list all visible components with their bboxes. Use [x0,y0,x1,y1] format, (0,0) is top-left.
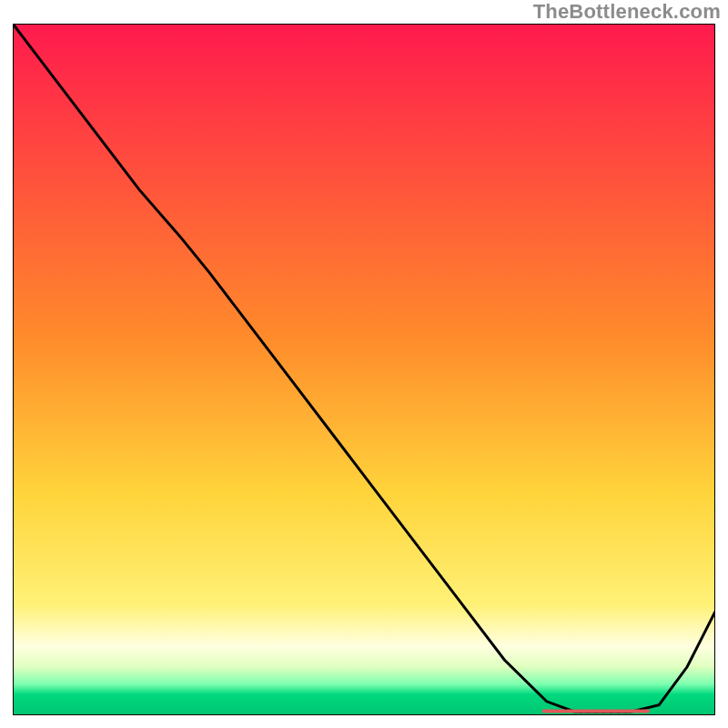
gradient-background [13,24,715,715]
plot-area [13,24,715,715]
watermark-text: TheBottleneck.com [533,0,721,24]
chart-container: TheBottleneck.com [0,0,728,728]
chart-svg [13,24,715,715]
